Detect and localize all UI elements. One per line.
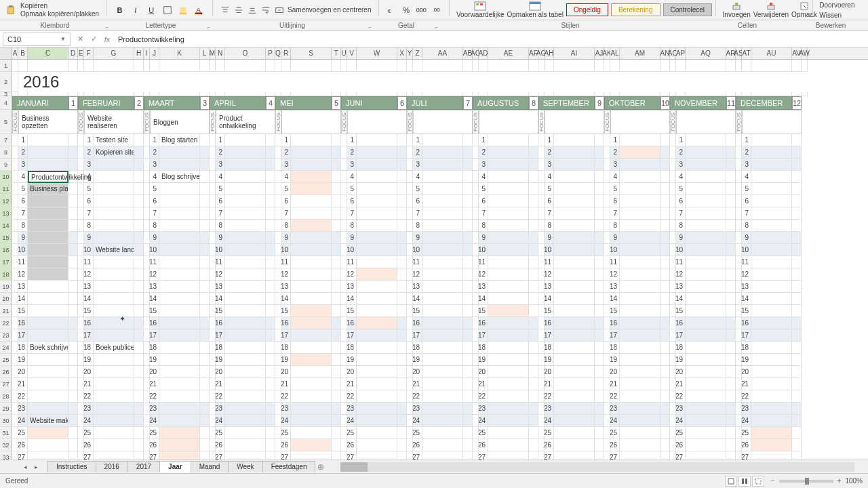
day-number[interactable]: 25	[150, 427, 159, 439]
day-entry[interactable]	[554, 427, 595, 439]
day-number[interactable]: 8	[413, 220, 422, 232]
day-number[interactable]: 5	[610, 183, 620, 195]
day-entry[interactable]	[94, 195, 134, 207]
day-entry[interactable]	[554, 329, 595, 342]
day-number[interactable]: 24	[742, 415, 751, 427]
day-entry[interactable]	[291, 305, 332, 317]
day-number[interactable]: 26	[347, 439, 357, 451]
day-entry[interactable]	[28, 244, 68, 256]
day-number[interactable]: 20	[479, 366, 488, 378]
day-entry[interactable]	[554, 195, 595, 207]
day-entry[interactable]	[620, 134, 660, 146]
day-entry[interactable]	[620, 390, 660, 403]
col-header-O[interactable]: O	[225, 47, 266, 59]
day-entry[interactable]	[28, 220, 68, 232]
cell[interactable]	[529, 60, 538, 72]
day-entry[interactable]	[422, 159, 463, 171]
format-table-label[interactable]: Opmaken als tabel	[507, 11, 563, 18]
day-number[interactable]: 13	[216, 281, 225, 293]
day-entry[interactable]	[291, 256, 332, 268]
day-entry[interactable]	[751, 317, 792, 329]
day-number[interactable]: 27	[610, 451, 620, 460]
day-number[interactable]: 21	[281, 378, 291, 390]
day-number[interactable]: 10	[18, 244, 28, 256]
day-entry[interactable]: Boek publiceren	[94, 342, 134, 354]
day-number[interactable]: 27	[18, 451, 28, 460]
day-number[interactable]: 4	[281, 171, 291, 183]
day-entry[interactable]	[620, 171, 660, 183]
day-entry[interactable]	[357, 220, 397, 232]
day-entry[interactable]	[28, 451, 68, 460]
day-number[interactable]: 21	[18, 378, 28, 390]
delete-button[interactable]: Verwijderen	[753, 11, 789, 18]
day-entry[interactable]	[686, 281, 726, 293]
day-number[interactable]: 16	[545, 317, 554, 329]
cell[interactable]	[200, 60, 210, 72]
enter-formula-button[interactable]: ✓	[87, 33, 100, 46]
day-number[interactable]: 16	[742, 317, 751, 329]
day-number[interactable]: 16	[610, 317, 620, 329]
col-header-C[interactable]: C	[28, 47, 68, 59]
col-header-AI[interactable]: AI	[554, 47, 595, 59]
day-entry[interactable]	[751, 329, 792, 342]
day-entry[interactable]	[357, 281, 397, 293]
day-number[interactable]: 11	[545, 256, 554, 268]
col-header-Z[interactable]: Z	[413, 47, 422, 59]
day-number[interactable]: 12	[84, 268, 94, 281]
day-entry[interactable]	[488, 390, 529, 403]
day-number[interactable]: 26	[281, 439, 291, 451]
day-number[interactable]: 14	[150, 293, 159, 305]
day-entry[interactable]	[357, 146, 397, 159]
day-number[interactable]: 4	[676, 171, 686, 183]
style-calc[interactable]: Berekening	[611, 3, 660, 16]
day-entry[interactable]	[620, 451, 660, 460]
day-number[interactable]: 6	[150, 195, 159, 207]
day-number[interactable]: 9	[84, 232, 94, 244]
day-number[interactable]: 20	[545, 366, 554, 378]
day-number[interactable]: 3	[545, 159, 554, 171]
day-entry[interactable]	[422, 293, 463, 305]
day-number[interactable]: 7	[18, 207, 28, 220]
day-entry[interactable]	[488, 171, 529, 183]
day-entry[interactable]: Kopieren site	[94, 146, 134, 159]
day-entry[interactable]: Business plan	[28, 183, 68, 195]
day-entry[interactable]	[554, 390, 595, 403]
day-number[interactable]: 20	[84, 366, 94, 378]
day-number[interactable]: 8	[742, 220, 751, 232]
cell[interactable]	[473, 60, 479, 72]
row-header[interactable]: 1	[0, 60, 12, 72]
day-number[interactable]: 18	[676, 342, 686, 354]
day-number[interactable]: 18	[281, 342, 291, 354]
day-number[interactable]: 7	[676, 207, 686, 220]
day-entry[interactable]	[554, 281, 595, 293]
cell[interactable]	[28, 60, 68, 72]
day-number[interactable]: 25	[479, 427, 488, 439]
day-entry[interactable]	[159, 378, 200, 390]
day-entry[interactable]	[225, 305, 266, 317]
day-entry[interactable]	[94, 220, 134, 232]
day-entry[interactable]	[357, 159, 397, 171]
day-number[interactable]: 13	[610, 281, 620, 293]
row-header[interactable]: 26	[0, 366, 12, 378]
day-entry[interactable]	[422, 427, 463, 439]
day-number[interactable]: 19	[479, 354, 488, 366]
day-number[interactable]: 13	[150, 281, 159, 293]
day-entry[interactable]	[291, 232, 332, 244]
dropdown-icon[interactable]: ▼	[60, 36, 66, 42]
format-painter-button[interactable]: Opmaak kopiëren/plakken	[20, 10, 99, 18]
day-entry[interactable]	[291, 171, 332, 183]
day-entry[interactable]	[159, 329, 200, 342]
day-entry[interactable]	[620, 281, 660, 293]
day-number[interactable]: 24	[216, 415, 225, 427]
clear-button[interactable]: Wissen	[819, 12, 842, 19]
cell[interactable]	[407, 60, 413, 72]
day-number[interactable]: 6	[413, 195, 422, 207]
cell[interactable]	[341, 60, 347, 72]
day-entry[interactable]	[751, 403, 792, 415]
day-number[interactable]: 9	[610, 232, 620, 244]
day-number[interactable]: 4	[18, 171, 28, 183]
day-entry[interactable]	[291, 183, 332, 195]
day-number[interactable]: 21	[545, 378, 554, 390]
day-number[interactable]: 14	[610, 293, 620, 305]
day-number[interactable]: 3	[84, 159, 94, 171]
